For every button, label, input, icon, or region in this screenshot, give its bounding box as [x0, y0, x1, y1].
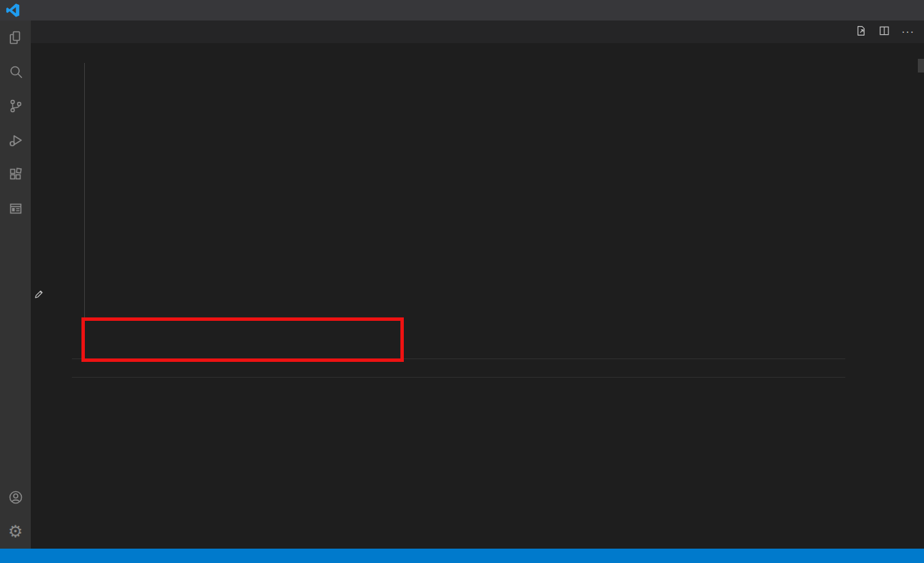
source-control-icon[interactable] [0, 89, 31, 123]
current-line-border-bottom [72, 377, 845, 378]
vscode-window: ⚙ ··· [0, 0, 924, 563]
explorer-icon[interactable] [0, 21, 31, 55]
editor-pane[interactable] [31, 58, 924, 549]
scrollbar-handle[interactable] [918, 59, 924, 73]
editor-actions: ··· [855, 21, 924, 43]
run-debug-icon[interactable] [0, 123, 31, 157]
layout-icon[interactable] [0, 192, 31, 226]
activity-bar: ⚙ [0, 21, 31, 549]
search-icon[interactable] [0, 55, 31, 89]
breadcrumb [31, 43, 924, 58]
tab-bar: ··· [31, 21, 924, 43]
title-bar [0, 0, 924, 21]
account-icon[interactable] [0, 480, 31, 514]
split-editor-icon[interactable] [878, 25, 890, 40]
more-actions-icon[interactable]: ··· [901, 26, 914, 38]
indent-guide [84, 63, 85, 359]
open-settings-ui-icon[interactable] [855, 25, 867, 40]
vscode-logo-icon [6, 3, 20, 17]
annotation-highlight-box [81, 317, 404, 362]
extensions-icon[interactable] [0, 157, 31, 192]
status-bar [0, 549, 924, 563]
pencil-edit-icon [34, 289, 44, 302]
settings-gear-icon[interactable]: ⚙ [0, 514, 31, 549]
